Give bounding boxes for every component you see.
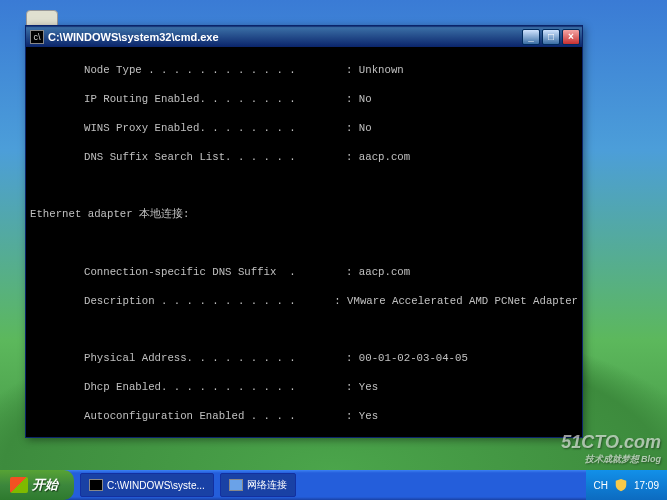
window-title: C:\WINDOWS\system32\cmd.exe xyxy=(48,31,522,43)
minimize-button[interactable]: _ xyxy=(522,29,540,45)
network-icon xyxy=(229,479,243,491)
windows-logo-icon xyxy=(10,477,28,493)
cmd-icon: c\ xyxy=(30,30,44,44)
close-button[interactable]: × xyxy=(562,29,580,45)
taskbar-item-cmd[interactable]: C:\WINDOWS\syste... xyxy=(80,473,214,497)
cmd-window: c\ C:\WINDOWS\system32\cmd.exe _ □ × Nod… xyxy=(25,25,583,438)
clock[interactable]: 17:09 xyxy=(634,480,659,491)
terminal-output[interactable]: Node Type . . . . . . . . . . . . : Unkn… xyxy=(25,47,583,438)
watermark: 51CTO.com 技术成就梦想 Blog xyxy=(561,432,661,466)
shield-icon xyxy=(614,478,628,492)
start-button[interactable]: 开始 xyxy=(0,470,74,500)
taskbar-item-network[interactable]: 网络连接 xyxy=(220,473,296,497)
cmd-icon xyxy=(89,479,103,491)
maximize-button[interactable]: □ xyxy=(542,29,560,45)
taskbar: 开始 C:\WINDOWS\syste... 网络连接 CH 17:09 xyxy=(0,470,667,500)
system-tray[interactable]: CH 17:09 xyxy=(586,470,667,500)
language-indicator[interactable]: CH xyxy=(594,480,608,491)
titlebar[interactable]: c\ C:\WINDOWS\system32\cmd.exe _ □ × xyxy=(25,25,583,47)
